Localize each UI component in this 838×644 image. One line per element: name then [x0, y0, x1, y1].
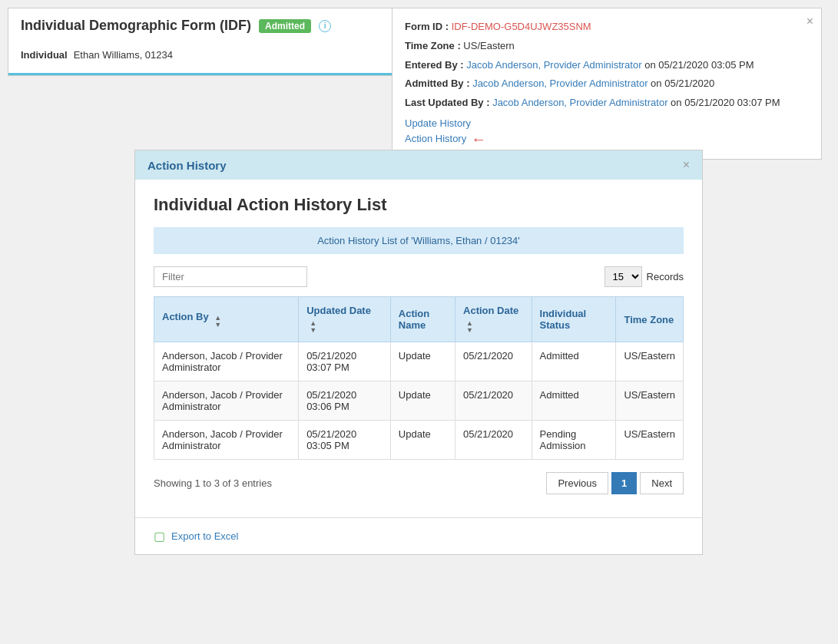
formid-popup: × Form ID : IDF-DEMO-G5D4UJWZ35SNM Time …	[392, 8, 822, 160]
cell-time-zone: US/Eastern	[616, 381, 684, 421]
col-action-date: Action Date ▲▼	[455, 297, 532, 342]
timezone-value: US/Eastern	[463, 40, 514, 51]
table-header-row: Action By ▲▼ Updated Date ▲▼ Action Name…	[154, 297, 684, 342]
formid-close-button[interactable]: ×	[807, 15, 813, 28]
previous-button[interactable]: Previous	[546, 472, 608, 494]
col-action-name: Action Name	[390, 297, 455, 342]
col-time-zone: Time Zone	[616, 297, 684, 342]
cell-action-by: Anderson, Jacob / Provider Administrator	[154, 342, 299, 381]
admitted-by-value: Jacob Anderson, Provider Administrator	[472, 78, 648, 89]
entered-by-date: on 05/21/2020 03:05 PM	[644, 59, 754, 71]
export-to-excel-link[interactable]: Export to Excel	[171, 530, 238, 542]
blue-divider	[8, 73, 399, 75]
admitted-by-date: on 05/21/2020	[651, 78, 714, 89]
cell-action-name: Update	[390, 342, 455, 381]
table-row: Anderson, Jacob / Provider Administrator…	[154, 381, 684, 421]
records-row: 15 25 50 Records	[604, 266, 684, 287]
col-individual-status: Individual Status	[532, 297, 616, 342]
modal-header: Action History ×	[135, 150, 702, 180]
next-button[interactable]: Next	[640, 472, 684, 494]
pagination-row: Showing 1 to 3 of 3 entries Previous 1 N…	[154, 472, 684, 494]
cell-action-date: 05/21/2020	[455, 342, 532, 381]
table-row: Anderson, Jacob / Provider Administrator…	[154, 342, 684, 381]
individual-label: Individual	[21, 49, 68, 61]
cell-individual-status: Admitted	[532, 381, 616, 421]
action-history-link[interactable]: Action History	[405, 133, 466, 144]
cell-time-zone: US/Eastern	[616, 342, 684, 381]
info-icon[interactable]: i	[319, 20, 331, 32]
col-updated-date: Updated Date ▲▼	[299, 297, 391, 342]
records-select[interactable]: 15 25 50	[604, 266, 642, 287]
last-updated-by-date: on 05/21/2020 03:07 PM	[671, 97, 780, 108]
col-action-by: Action By ▲▼	[154, 297, 299, 342]
action-table: Action By ▲▼ Updated Date ▲▼ Action Name…	[154, 296, 684, 460]
sort-action-date[interactable]: ▲▼	[466, 320, 473, 334]
idf-panel: Individual Demographic Form (IDF) Admitt…	[8, 8, 399, 76]
filter-row: 15 25 50 Records	[154, 266, 684, 287]
idf-title: Individual Demographic Form (IDF)	[21, 18, 251, 34]
cell-action-name: Update	[390, 421, 455, 460]
cell-updated-date: 05/21/2020 03:06 PM	[299, 381, 391, 421]
pagination-controls: Previous 1 Next	[546, 472, 684, 494]
individual-value: Ethan Williams, 01234	[74, 49, 173, 61]
cell-action-date: 05/21/2020	[455, 421, 532, 460]
modal-body: Individual Action History List Action Hi…	[135, 180, 702, 517]
last-updated-by-value: Jacob Anderson, Provider Administrator	[492, 97, 667, 108]
entered-by-label: Entered By :	[405, 59, 466, 71]
form-id-label: Form ID :	[405, 21, 452, 32]
modal-main-title: Individual Action History List	[154, 195, 684, 215]
cell-updated-date: 05/21/2020 03:07 PM	[299, 342, 391, 381]
cell-action-by: Anderson, Jacob / Provider Administrator	[154, 381, 299, 421]
update-history-link[interactable]: Update History	[405, 117, 809, 129]
entered-by-value: Jacob Anderson, Provider Administrator	[466, 59, 641, 71]
showing-text: Showing 1 to 3 of 3 entries	[154, 477, 272, 489]
arrow-icon: ←	[471, 130, 486, 148]
form-id-value: IDF-DEMO-G5D4UJWZ35SNM	[452, 21, 591, 32]
cell-action-by: Anderson, Jacob / Provider Administrator	[154, 421, 299, 460]
sort-updated-date[interactable]: ▲▼	[310, 320, 316, 334]
table-body: Anderson, Jacob / Provider Administrator…	[154, 342, 684, 460]
action-history-modal: Action History × Individual Action Histo…	[134, 150, 703, 555]
modal-close-button[interactable]: ×	[683, 158, 690, 172]
last-updated-by-label: Last Updated By :	[405, 97, 492, 108]
filter-input[interactable]	[154, 266, 307, 287]
cell-individual-status: Admitted	[532, 342, 616, 381]
export-icon: ▢	[154, 529, 165, 543]
records-label: Records	[647, 271, 684, 282]
timezone-label: Time Zone :	[405, 40, 463, 51]
admitted-badge: Admitted	[259, 19, 311, 33]
modal-footer: ▢ Export to Excel	[135, 517, 702, 554]
info-bar: Action History List of 'Williams, Ethan …	[154, 227, 684, 254]
table-row: Anderson, Jacob / Provider Administrator…	[154, 421, 684, 460]
current-page[interactable]: 1	[611, 472, 637, 494]
cell-action-date: 05/21/2020	[455, 381, 532, 421]
sort-action-by[interactable]: ▲▼	[214, 315, 221, 329]
cell-time-zone: US/Eastern	[616, 421, 684, 460]
cell-updated-date: 05/21/2020 03:05 PM	[299, 421, 391, 460]
cell-action-name: Update	[390, 381, 455, 421]
admitted-by-label: Admitted By :	[405, 78, 472, 89]
modal-title: Action History	[147, 159, 227, 172]
cell-individual-status: Pending Admission	[532, 421, 616, 460]
